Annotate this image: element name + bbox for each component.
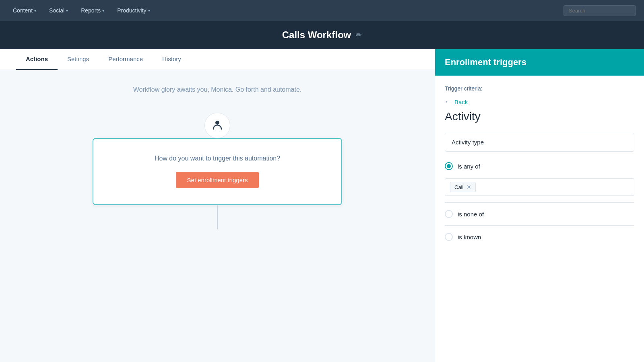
chevron-down-icon: ▾: [66, 8, 68, 13]
nav-item-social[interactable]: Social ▾: [44, 5, 73, 16]
tab-bar: Actions Settings Performance History: [0, 49, 435, 70]
content-area: Workflow glory awaits you, Monica. Go fo…: [0, 70, 435, 362]
tab-actions[interactable]: Actions: [16, 49, 58, 70]
chevron-down-icon: ▾: [34, 8, 36, 13]
chevron-down-icon: ▾: [102, 8, 104, 13]
radio-is-none-of[interactable]: is none of: [445, 206, 634, 222]
activity-type-box: Activity type: [445, 133, 634, 152]
back-arrow-icon: ←: [445, 98, 451, 105]
left-content: Actions Settings Performance History Wor…: [0, 49, 435, 362]
tab-settings[interactable]: Settings: [58, 49, 99, 70]
tab-history[interactable]: History: [153, 49, 191, 70]
edit-icon[interactable]: ✏: [356, 31, 362, 39]
vertical-connector: [217, 205, 218, 229]
trigger-card: How do you want to trigger this automati…: [93, 138, 342, 205]
tag-call: Call ✕: [450, 182, 476, 192]
panel-body: Trigger criteria: ← Back Activity Activi…: [435, 76, 644, 362]
trigger-card-wrapper: How do you want to trigger this automati…: [93, 113, 342, 229]
tag-remove-button[interactable]: ✕: [466, 184, 471, 190]
nav-item-content[interactable]: Content ▾: [8, 5, 41, 16]
radio-is-known[interactable]: is known: [445, 229, 634, 245]
tagline: Workflow glory awaits you, Monica. Go fo…: [133, 86, 302, 93]
search-input[interactable]: [564, 5, 636, 16]
set-enrollment-triggers-button[interactable]: Set enrollment triggers: [176, 172, 259, 188]
top-navigation: Content ▾ Social ▾ Reports ▾ Productivit…: [0, 0, 644, 21]
chevron-down-icon: ▾: [148, 8, 150, 13]
tag-container[interactable]: Call ✕: [445, 178, 634, 196]
nav-item-reports[interactable]: Reports ▾: [76, 5, 109, 16]
enrollment-triggers-panel: Enrollment triggers Trigger criteria: ← …: [435, 49, 644, 362]
radio-is-any-of[interactable]: is any of: [445, 158, 634, 174]
tab-performance[interactable]: Performance: [99, 49, 153, 70]
radio-circle-any-of: [445, 162, 453, 170]
divider-2: [445, 225, 634, 226]
radio-circle-known: [445, 233, 453, 241]
user-icon: [212, 119, 223, 133]
workflow-title: Calls Workflow: [282, 29, 351, 41]
trigger-icon-circle: [204, 113, 230, 138]
activity-heading: Activity: [445, 110, 634, 123]
svg-point-0: [215, 121, 219, 125]
radio-inner-any-of: [447, 164, 451, 168]
trigger-criteria-label: Trigger criteria:: [445, 85, 634, 92]
workflow-header: Calls Workflow ✏: [0, 21, 644, 49]
nav-item-productivity[interactable]: Productivity ▾: [112, 5, 155, 16]
trigger-question: How do you want to trigger this automati…: [118, 155, 317, 162]
main-layout: Actions Settings Performance History Wor…: [0, 49, 644, 362]
back-link[interactable]: ← Back: [445, 98, 634, 105]
divider: [445, 202, 634, 203]
panel-header: Enrollment triggers: [435, 49, 644, 76]
radio-circle-none-of: [445, 210, 453, 218]
